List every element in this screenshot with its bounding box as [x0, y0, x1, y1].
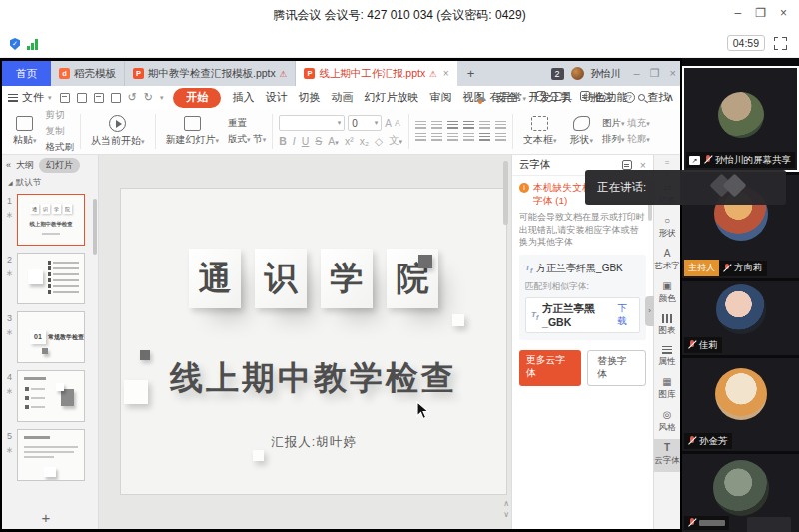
shape-button[interactable]: 形状▾ — [566, 116, 598, 147]
menu-tab-insert[interactable]: 插入 — [232, 90, 254, 105]
decrease-indent-icon[interactable] — [447, 121, 458, 130]
more-cloud-fonts-button[interactable]: 更多云字体 — [519, 350, 581, 386]
format-painter-button[interactable]: 格式刷 — [46, 141, 75, 154]
side-tab-cloudfont[interactable]: T云字体 — [654, 439, 680, 472]
user-name[interactable]: 孙怡川 — [591, 67, 621, 81]
increase-indent-icon[interactable] — [463, 121, 474, 130]
tab-doc-1[interactable]: P 期中教学检查汇报模板.pptx ⚠ — [125, 61, 296, 86]
new-tab-button[interactable]: + — [457, 61, 485, 86]
outline-button[interactable]: 轮廓▾ — [627, 133, 650, 144]
cut-button[interactable]: 剪切 — [46, 109, 75, 122]
superscript-button[interactable]: x² — [345, 135, 354, 147]
new-slide-button[interactable]: 新建幻灯片▾ — [162, 116, 224, 147]
add-slide-button[interactable]: + — [2, 509, 90, 526]
menu-tab-review[interactable]: 审阅 — [429, 90, 451, 105]
abnormal-button[interactable]: ☁ 有异常▾ — [475, 90, 526, 105]
panel-collapse-button[interactable]: « — [6, 160, 11, 170]
tab-home[interactable]: 首页 — [2, 61, 51, 86]
more-menu-button[interactable]: ⋮ — [645, 91, 656, 104]
text-direction-icon[interactable] — [479, 121, 490, 130]
menu-tab-animation[interactable]: 动画 — [331, 90, 353, 105]
tab-doc-2[interactable]: P 线上期中工作汇报.pptx ⚠ × — [296, 61, 456, 86]
menu-tab-transition[interactable]: 切换 — [298, 90, 320, 105]
number-list-icon[interactable] — [431, 121, 442, 130]
font-family-select[interactable]: ▾ — [279, 115, 345, 131]
output-icon[interactable] — [77, 93, 87, 103]
thumbnail-1[interactable]: 1∗ 通识学院 线上期中教学检查 — [4, 194, 96, 246]
side-tab-shapes[interactable]: ○形状 — [654, 212, 680, 245]
tab-close-icon[interactable]: × — [443, 68, 449, 79]
picture-button[interactable]: 图片▾ — [602, 117, 625, 128]
tab-count-badge[interactable]: 2 — [551, 68, 564, 80]
fill-button[interactable]: 填充▾ — [627, 117, 650, 128]
arrange-button[interactable]: 排列▾ — [602, 133, 625, 144]
undo-icon[interactable]: ↺ — [128, 91, 137, 104]
thumbnails-scrollbar[interactable] — [93, 199, 97, 255]
canvas-scrollbar[interactable] — [503, 161, 508, 225]
side-tab-wordart[interactable]: A艺术字 — [654, 245, 680, 277]
thumbnail-3[interactable]: 3∗ 01 常规教学检查 — [4, 311, 96, 363]
line-spacing-icon[interactable] — [495, 121, 506, 130]
video-tile-sharer[interactable]: ↗ 孙怡川的屏幕共享 — [682, 66, 799, 172]
layout-button[interactable]: 版式▾ — [228, 133, 251, 144]
section-row[interactable]: ◢ 默认节 — [2, 175, 98, 190]
window-close-button[interactable]: × — [780, 6, 787, 20]
align-right-icon[interactable] — [447, 133, 458, 142]
redo-icon[interactable]: ↻ — [144, 91, 153, 104]
thumbnail-4[interactable]: 4∗ — [4, 370, 96, 422]
window-maximize-button[interactable]: ❐ — [755, 6, 766, 20]
bold-button[interactable]: B — [279, 135, 287, 147]
slides-toggle[interactable]: 幻灯片 — [39, 158, 80, 173]
side-tab-style[interactable]: ◎风格 — [654, 406, 680, 439]
matched-font-row[interactable]: Tf 方正兰亭黑_GBK 下载 — [525, 297, 640, 333]
section-button[interactable]: 节▾ — [253, 133, 266, 144]
decrease-font-icon[interactable]: A — [395, 118, 400, 128]
collapse-ribbon-button[interactable]: ∧ — [666, 91, 674, 104]
video-tile-5[interactable] — [682, 454, 799, 532]
font-size-select[interactable]: 0▾ — [348, 115, 382, 131]
copy-button[interactable]: 复制 — [46, 125, 75, 138]
wps-minimize-button[interactable]: – — [634, 67, 640, 80]
preview-icon[interactable] — [111, 93, 121, 103]
download-link[interactable]: 下载 — [617, 302, 634, 328]
security-shield-icon[interactable]: ✓ — [10, 38, 20, 50]
video-tile-4[interactable]: 孙金芳 — [682, 358, 799, 451]
replace-font-button[interactable]: 替换字体 — [587, 350, 646, 386]
distribute-icon[interactable] — [479, 133, 490, 142]
share-button[interactable]: 分享 — [536, 90, 570, 105]
wps-maximize-button[interactable]: ❐ — [650, 67, 660, 80]
side-tab-color[interactable]: ▣颜色 — [654, 277, 680, 310]
thumbnail-2[interactable]: 2∗ — [4, 253, 96, 304]
phonetic-button[interactable]: 文▾ — [389, 134, 402, 148]
justify-icon[interactable] — [463, 133, 474, 142]
tab-docer[interactable]: d 稻壳模板 — [51, 61, 125, 86]
thumbnail-5[interactable]: 5∗ — [4, 429, 96, 481]
menu-tab-home[interactable]: 开始 — [173, 88, 221, 108]
underline-button[interactable]: U — [302, 135, 310, 147]
play-from-current-button[interactable]: 从当前开始▾ — [87, 115, 149, 148]
help-button[interactable]: ? — [624, 92, 635, 103]
comment-button[interactable]: 批注 — [580, 90, 614, 105]
fullscreen-icon[interactable] — [774, 37, 787, 50]
menu-tab-design[interactable]: 设计 — [265, 90, 287, 105]
user-avatar[interactable] — [571, 67, 584, 80]
save-icon[interactable] — [60, 93, 70, 103]
paste-button[interactable]: 粘贴▾ — [9, 116, 41, 147]
font-color-button[interactable]: A▾ — [328, 135, 339, 147]
increase-font-icon[interactable]: A — [385, 118, 392, 129]
panel-collapse-handle[interactable]: › — [645, 296, 654, 326]
strikethrough-button[interactable]: S — [315, 135, 322, 147]
print-icon[interactable] — [94, 93, 104, 103]
italic-button[interactable]: I — [293, 135, 296, 147]
next-slide-button[interactable]: ∨ — [503, 511, 509, 519]
prev-slide-button[interactable]: ∧ — [503, 500, 509, 508]
slide-canvas[interactable]: 通 识 学 院 线上期中教学检查 汇报人:胡叶婷 ∧ ∨ — [99, 155, 511, 529]
quickbar-more-icon[interactable]: ▾ — [160, 94, 164, 102]
feedback-icon[interactable] — [622, 160, 632, 170]
window-minimize-button[interactable]: – — [735, 6, 742, 20]
panel-drag-handle[interactable]: = — [665, 158, 670, 167]
bullet-list-icon[interactable] — [415, 121, 426, 130]
clear-format-icon[interactable]: ◇ — [375, 135, 383, 147]
side-tab-chart[interactable]: 图表 — [654, 310, 680, 342]
network-signal-icon[interactable] — [27, 39, 40, 50]
